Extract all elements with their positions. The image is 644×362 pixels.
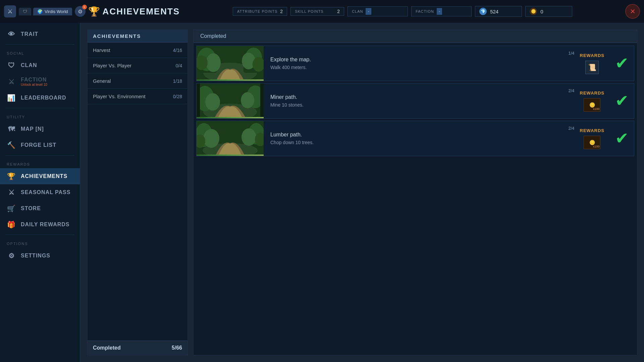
explore-rewards: REWARDS 📜 [575, 48, 610, 79]
explore-image [197, 46, 264, 81]
miner-checkmark: ✔ [610, 93, 634, 109]
sidebar-category-utility: UTILITY [0, 110, 80, 121]
general-label: General [93, 78, 111, 84]
sidebar-item-seasonalpass[interactable]: ⚔ SEASONAL PASS [0, 184, 80, 200]
miner-desc: Mine 10 stones. [270, 102, 561, 108]
completed-list: Explore the map. Walk 400 meters. 1/4 RE… [194, 43, 637, 355]
lumber-image [197, 121, 264, 156]
lumber-desc: Chop down 10 trees. [270, 140, 561, 145]
clan-dropdown[interactable]: CLAN - [347, 6, 408, 16]
miner-progress: 2/4 [568, 83, 574, 93]
clan-nav-label: CLAN [21, 62, 37, 68]
footer-label: Completed [93, 345, 121, 351]
miner-title: Miner path. [270, 94, 561, 100]
forgelist-label: FORGE LIST [21, 142, 56, 148]
faction-dropdown[interactable]: FACTION - [411, 6, 472, 16]
achievement-item-pvp[interactable]: Player Vs. Player 0/4 [88, 58, 187, 73]
gold-currency-box: 🪙 0 [525, 6, 572, 17]
svg-point-23 [241, 128, 256, 146]
sidebar-item-store[interactable]: 🛒 STORE [0, 200, 80, 217]
skill-label: SKILL POINTS [295, 9, 324, 13]
window-tab-character[interactable]: 🛡 [19, 8, 31, 15]
settings-button[interactable]: ⚙ 1 [75, 6, 86, 17]
completed-item-explore[interactable]: Explore the map. Walk 400 meters. 1/4 RE… [196, 46, 634, 81]
achievements-panel-header: ACHIEVEMENTS [88, 30, 187, 43]
map-icon: 🗺 [7, 124, 16, 134]
faction-btn[interactable]: - [437, 8, 442, 15]
sidebar-item-dailyrewards[interactable]: 🎁 DAILY REWARDS [0, 217, 80, 233]
store-icon: 🛒 [7, 204, 16, 213]
main-content: ACHIEVEMENTS Harvest 4/16 Player Vs. Pla… [80, 23, 644, 362]
lumber-rewards: REWARDS 🪙 x100 [575, 123, 610, 154]
faction-label: FACTION [416, 9, 434, 13]
completed-item-miner[interactable]: Miner path. Mine 10 stones. 2/4 REWARDS … [196, 83, 634, 119]
harvest-count: 4/16 [173, 48, 182, 53]
trait-label: TRAIT [21, 31, 38, 37]
sidebar-item-map[interactable]: 🗺 MAP [N] [0, 121, 80, 137]
forgelist-icon: 🔨 [7, 140, 16, 150]
window-tab-world[interactable]: 🌍 Virdis World [33, 8, 72, 15]
pvp-label: Player Vs. Player [93, 63, 131, 68]
gem-icon: 💎 [479, 8, 487, 15]
top-bar-left: ⚔ 🛡 🌍 Virdis World ⚙ 1 🏆 ACHIEVEMENTS [4, 5, 180, 17]
sidebar-item-leaderboard[interactable]: 📊 LEADERBOARD [0, 90, 80, 106]
sidebar-item-clan[interactable]: 🛡 CLAN [0, 57, 80, 73]
explore-info: Explore the map. Walk 400 meters. [264, 52, 568, 75]
attribute-points-box: ATTRIBUTE POINTS 2 [233, 7, 287, 16]
gem-currency-box: 💎 524 [475, 6, 522, 17]
sidebar-item-forgelist[interactable]: 🔨 FORGE LIST [0, 137, 80, 153]
sidebar-item-faction: ⚔ FACTION Unlock at level 10 [0, 73, 80, 90]
lumber-rewards-label: REWARDS [580, 128, 604, 133]
attribute-label: ATTRIBUTE POINTS [237, 9, 277, 13]
sidebar-category-options: OPTIONS [0, 237, 80, 248]
sidebar-item-trait[interactable]: 👁 TRAIT [0, 26, 80, 42]
settings-nav-icon: ⚙ [7, 251, 16, 260]
leaderboard-label: LEADERBOARD [21, 95, 66, 101]
gold-value: 0 [540, 9, 543, 14]
achievement-item-harvest[interactable]: Harvest 4/16 [88, 43, 187, 58]
achievements-list-panel: ACHIEVEMENTS Harvest 4/16 Player Vs. Pla… [87, 29, 188, 355]
achievement-item-pve[interactable]: Player Vs. Environment 0/28 [88, 89, 187, 104]
sidebar-category-rewards: REWARDS [0, 158, 80, 168]
clan-btn[interactable]: - [366, 8, 371, 15]
app-icon: ⚔ [4, 5, 16, 17]
miner-rewards: REWARDS 🪙 x100 [575, 86, 610, 116]
sidebar-item-settings[interactable]: ⚙ SETTINGS [0, 248, 80, 264]
sidebar-item-achievements[interactable]: 🏆 ACHIEVEMENTS [0, 168, 80, 184]
gem-value: 524 [490, 9, 498, 14]
explore-desc: Walk 400 meters. [270, 65, 561, 70]
sidebar: 👁 TRAIT SOCIAL 🛡 CLAN ⚔ FACTION Unlock a… [0, 23, 80, 362]
svg-rect-16 [197, 83, 200, 117]
faction-icon: ⚔ [7, 77, 16, 86]
explore-title: Explore the map. [270, 57, 561, 63]
footer-count: 5/66 [172, 345, 182, 351]
dailyrewards-label: DAILY REWARDS [21, 222, 69, 228]
harvest-label: Harvest [93, 47, 110, 53]
achievements-panel-footer: Completed 5/66 [88, 341, 187, 355]
completed-panel: Completed [193, 29, 637, 355]
pvp-count: 0/4 [176, 63, 182, 68]
page-title: ACHIEVEMENTS [103, 6, 180, 17]
lumber-reward-xp: 🪙 x100 [584, 136, 600, 149]
close-button[interactable]: ✕ [625, 4, 640, 19]
pve-count: 0/28 [173, 94, 182, 99]
lumber-info: Lumber path. Chop down 10 trees. [264, 127, 568, 150]
explore-rewards-label: REWARDS [580, 53, 604, 58]
achievement-item-general[interactable]: General 1/18 [88, 73, 187, 89]
seasonalpass-label: SEASONAL PASS [21, 189, 70, 195]
map-label: MAP [N] [21, 126, 44, 132]
dailyrewards-icon: 🎁 [7, 220, 16, 229]
lumber-title: Lumber path. [270, 132, 561, 138]
svg-point-14 [205, 93, 220, 111]
general-count: 1/18 [173, 78, 182, 84]
explore-checkmark: ✔ [610, 55, 634, 71]
svg-point-6 [206, 53, 221, 72]
achievements-nav-icon: 🏆 [7, 172, 16, 181]
miner-info: Miner path. Mine 10 stones. [264, 89, 568, 112]
svg-rect-17 [260, 83, 264, 117]
top-bar-center: ATTRIBUTE POINTS 2 SKILL POINTS 2 CLAN -… [183, 6, 622, 17]
achievements-nav-label: ACHIEVEMENTS [21, 173, 67, 179]
seasonalpass-icon: ⚔ [7, 188, 16, 197]
achievement-list: Harvest 4/16 Player Vs. Player 0/4 Gener… [88, 43, 187, 341]
completed-item-lumber[interactable]: Lumber path. Chop down 10 trees. 2/4 REW… [196, 121, 634, 156]
